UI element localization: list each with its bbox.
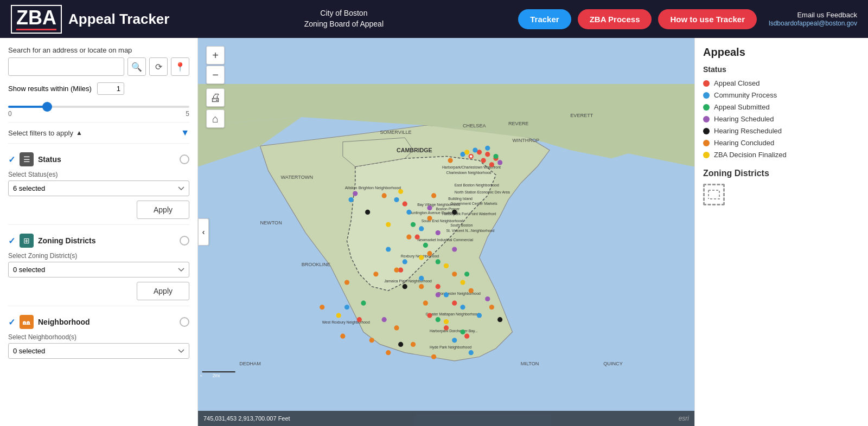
divider-2: [8, 143, 189, 144]
legend-item-4: Hearing Rescheduled: [703, 127, 860, 135]
svg-text:East Boston Neighborhood: East Boston Neighborhood: [455, 183, 499, 188]
zoning-legend-title: Zoning Districts: [703, 169, 860, 178]
miles-input[interactable]: [97, 82, 124, 95]
range-slider[interactable]: [8, 106, 189, 108]
svg-point-57: [386, 247, 391, 251]
print-button[interactable]: 🖨: [206, 88, 225, 107]
legend-dot-zba-decision: [703, 152, 710, 158]
legend-item-6: ZBA Decision Finalized: [703, 151, 860, 159]
svg-point-40: [485, 152, 490, 157]
svg-point-73: [436, 317, 441, 322]
svg-text:SOMERVILLE: SOMERVILLE: [380, 130, 412, 135]
svg-point-37: [481, 158, 486, 163]
status-dropdown[interactable]: 6 selected: [8, 180, 189, 196]
svg-point-84: [452, 210, 457, 215]
pin-button[interactable]: 📍: [171, 57, 189, 76]
status-radio[interactable]: [180, 154, 189, 164]
zoning-radio[interactable]: [180, 236, 189, 246]
chevron-up-icon: ▲: [76, 129, 82, 137]
search-label: Search for an address or locate on map: [8, 46, 189, 54]
neighborhood-radio[interactable]: [180, 317, 189, 327]
zoning-dropdown[interactable]: 0 selected: [8, 262, 189, 277]
svg-point-103: [386, 350, 391, 355]
appeals-title: Appeals: [703, 46, 860, 59]
search-row: 🔍 ⟳ 📍: [8, 57, 189, 76]
svg-point-92: [406, 235, 411, 240]
status-apply-button[interactable]: Apply: [137, 201, 189, 219]
legend-label-community-process: Community Process: [714, 91, 777, 99]
svg-point-76: [497, 160, 502, 165]
svg-point-107: [340, 334, 345, 339]
zba-logo: ZBA: [11, 5, 62, 34]
status-check-icon: ✓: [8, 154, 15, 165]
svg-point-72: [464, 272, 469, 276]
legend-items: Appeal Closed Community Process Appeal S…: [703, 79, 860, 159]
svg-text:Greater Mattapan Neighborhood: Greater Mattapan Neighborhood: [425, 312, 479, 317]
svg-point-43: [415, 235, 420, 240]
zoning-filter-section: ✓ ⊞ Zoning Districts Select Zoning Distr…: [8, 229, 189, 300]
email-label: Email us Feedback: [769, 11, 857, 19]
search-button[interactable]: 🔍: [127, 57, 146, 76]
svg-text:REVERE: REVERE: [508, 121, 529, 126]
zoning-district-icon: [703, 184, 725, 205]
svg-text:Allston Brighton Neighborhood: Allston Brighton Neighborhood: [345, 185, 401, 190]
svg-point-68: [411, 222, 416, 227]
zoom-in-button[interactable]: +: [206, 46, 225, 64]
svg-point-48: [444, 325, 449, 330]
filters-label: Select filters to apply ▲: [8, 129, 82, 137]
svg-text:West Roxbury Neighborhood: West Roxbury Neighborhood: [322, 320, 370, 325]
miles-label: Show results within (Miles): [8, 85, 92, 93]
svg-point-96: [452, 272, 457, 276]
svg-point-86: [497, 317, 502, 322]
divider-3: [8, 224, 189, 225]
svg-text:QUINCY: QUINCY: [603, 361, 623, 366]
legend-label-appeal-closed: Appeal Closed: [714, 79, 760, 87]
zoning-filter-icon: ⊞: [20, 234, 34, 248]
svg-point-81: [485, 296, 490, 301]
svg-point-80: [436, 292, 441, 297]
zoning-apply-button[interactable]: Apply: [137, 282, 189, 300]
map-area[interactable]: CAMBRIDGE WATERTOWN SOMERVILLE CHELSEA W…: [198, 38, 694, 426]
map-background: CAMBRIDGE WATERTOWN SOMERVILLE CHELSEA W…: [198, 38, 694, 426]
how-to-button[interactable]: How to use Tracker: [658, 9, 757, 29]
range-min: 0: [8, 110, 12, 118]
legend-label-hearing-rescheduled: Hearing Rescheduled: [714, 127, 782, 135]
svg-text:NEWTON: NEWTON: [260, 220, 282, 225]
zba-process-button[interactable]: ZBA Process: [578, 9, 652, 29]
svg-text:Government Center Markets: Government Center Markets: [450, 202, 497, 205]
svg-point-109: [464, 150, 469, 154]
email-link[interactable]: lsdboardofappeal@boston.gov: [769, 20, 857, 27]
svg-point-70: [436, 259, 441, 264]
svg-point-38: [489, 162, 494, 167]
status-sublabel: Select Status(es): [8, 171, 189, 178]
svg-text:EVERETT: EVERETT: [570, 113, 593, 118]
home-button[interactable]: ⌂: [206, 109, 225, 128]
zoom-out-button[interactable]: −: [206, 66, 225, 84]
svg-point-53: [485, 146, 490, 151]
search-input[interactable]: [8, 57, 124, 76]
zoning-icon-svg: [707, 189, 720, 200]
svg-point-95: [419, 284, 424, 289]
header-nav: Tracker ZBA Process How to use Tracker E…: [518, 9, 857, 29]
svg-point-50: [357, 317, 362, 322]
svg-point-91: [427, 216, 432, 221]
status-filter-icon: ☰: [20, 152, 34, 166]
svg-point-112: [419, 255, 424, 260]
svg-point-82: [382, 317, 387, 322]
svg-point-45: [436, 284, 441, 289]
svg-point-105: [344, 280, 349, 285]
svg-text:Harborpark Fort Point Waterfro: Harborpark Fort Point Waterfront: [442, 212, 496, 217]
neighborhood-dropdown[interactable]: 0 selected: [8, 343, 189, 359]
neighborhood-sublabel: Select Neighborhood(s): [8, 333, 189, 341]
svg-text:DEDHAM: DEDHAM: [239, 361, 261, 366]
svg-text:South End Neighborhood: South End Neighborhood: [422, 219, 463, 223]
locate-button[interactable]: ⟳: [149, 57, 168, 76]
zoning-filter-title: Zoning Districts: [38, 236, 175, 245]
legend-dot-hearing-scheduled: [703, 116, 710, 122]
svg-point-78: [436, 230, 441, 235]
svg-text:2mi: 2mi: [213, 373, 220, 378]
tracker-button[interactable]: Tracker: [518, 9, 571, 29]
app-title: Appeal Tracker: [68, 11, 169, 28]
sidebar-toggle-button[interactable]: ‹: [198, 218, 209, 246]
svg-point-79: [452, 247, 457, 251]
